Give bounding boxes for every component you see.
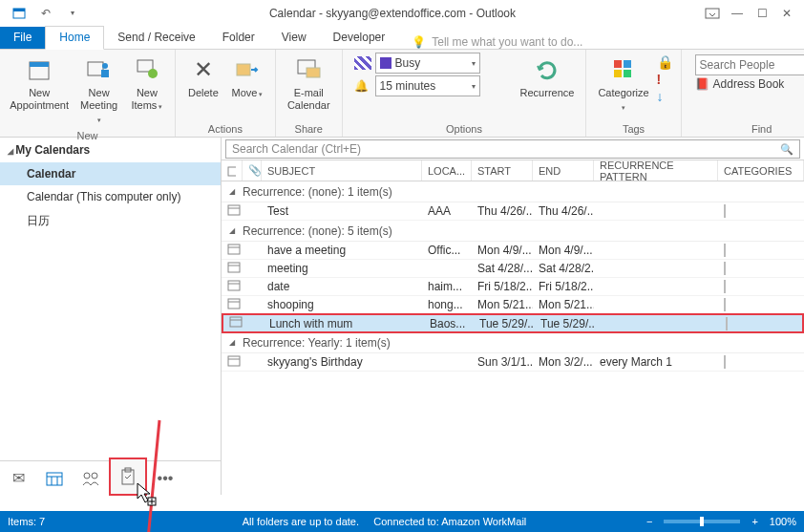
group-row[interactable]: Recurrence: (none): 5 item(s): [222, 221, 804, 242]
show-as-row[interactable]: Busy: [354, 53, 513, 74]
status-bar: Items: 7 All folders are up to date. Con…: [0, 511, 804, 532]
categorize-button[interactable]: Categorize: [594, 53, 652, 121]
cell-subject: date: [262, 280, 422, 293]
address-book-button[interactable]: 📕 Address Book: [695, 77, 804, 91]
tab-send-receive[interactable]: Send / Receive: [104, 27, 208, 49]
ribbon-group-tags: Categorize 🔒 ! ↓ Tags: [586, 50, 681, 137]
svg-point-9: [148, 69, 158, 78]
svg-rect-15: [614, 70, 622, 77]
zoom-out-icon[interactable]: −: [646, 516, 652, 527]
ribbon-group-options: Busy 🔔 15 minutes Recurrence Options: [343, 50, 587, 137]
col-icon[interactable]: [222, 160, 243, 181]
calendar-icon[interactable]: [36, 461, 73, 496]
calendar-item-icon: [222, 298, 243, 312]
new-items-icon: [132, 54, 162, 85]
group-label-share: Share: [284, 121, 334, 135]
mail-icon[interactable]: ✉: [0, 461, 36, 496]
col-location[interactable]: LOCA...: [422, 160, 472, 181]
private-icon[interactable]: 🔒: [657, 54, 673, 70]
undo-icon[interactable]: ↶: [34, 3, 57, 24]
col-subject[interactable]: SUBJECT: [262, 160, 422, 181]
high-importance-icon[interactable]: !: [657, 72, 673, 87]
table-row[interactable]: shoopinghong...Mon 5/21...Mon 5/21...: [222, 296, 804, 314]
table-row[interactable]: Lunch with mumBaos...Tue 5/29/...Tue 5/2…: [222, 313, 804, 333]
search-placeholder: Search Calendar (Ctrl+E): [232, 142, 361, 156]
table-row[interactable]: datehaim...Fri 5/18/2...Fri 5/18/2...: [222, 278, 804, 296]
recurrence-button[interactable]: Recurrence: [517, 53, 579, 121]
ribbon-group-actions: ✕ Delete Move Actions: [176, 50, 276, 137]
zoom-in-icon[interactable]: +: [751, 516, 757, 527]
appointment-icon: [24, 54, 54, 85]
delete-icon: ✕: [188, 54, 219, 85]
nav-item-calendar-cn[interactable]: 日历: [0, 208, 221, 234]
cell-location: Offic...: [422, 244, 472, 257]
svg-rect-18: [47, 473, 62, 485]
calendar-item-icon: [222, 204, 243, 219]
more-icon[interactable]: •••: [147, 461, 183, 496]
move-button[interactable]: Move: [227, 53, 267, 121]
tab-developer[interactable]: Developer: [320, 27, 399, 49]
col-recurrence[interactable]: RECURRENCE PATTERN: [594, 160, 718, 181]
new-meeting-button[interactable]: New Meeting: [74, 53, 123, 128]
ribbon-group-find: 📕 Address Book Find: [682, 50, 804, 137]
close-icon[interactable]: ✕: [775, 3, 798, 24]
search-people-input[interactable]: [695, 54, 804, 75]
calendar-item-icon: [222, 244, 243, 258]
group-row[interactable]: Recurrence: Yearly: 1 item(s): [222, 332, 804, 353]
cell-end: Mon 3/2/...: [533, 355, 594, 369]
table-row[interactable]: have a meetingOffic...Mon 4/9/...Mon 4/9…: [222, 242, 804, 260]
cell-end: Mon 5/21...: [533, 298, 594, 311]
low-importance-icon[interactable]: ↓: [657, 89, 673, 104]
people-icon[interactable]: [73, 461, 109, 496]
search-calendar-input[interactable]: Search Calendar (Ctrl+E): [225, 139, 800, 159]
nav-header-my-calendars[interactable]: My Calendars: [0, 138, 221, 162]
new-appointment-button[interactable]: New Appointment: [8, 53, 71, 128]
group-label-tags: Tags: [594, 121, 672, 135]
nav-item-calendar-local[interactable]: Calendar (This computer only): [0, 185, 221, 208]
svg-rect-14: [624, 60, 631, 68]
qat-customize-icon[interactable]: ▾: [61, 3, 84, 24]
group-row[interactable]: Recurrence: (none): 1 item(s): [222, 181, 804, 202]
calendar-item-icon: [222, 280, 243, 294]
show-as-combo[interactable]: Busy: [375, 53, 480, 74]
ribbon-options-icon[interactable]: [701, 3, 724, 24]
reminder-combo[interactable]: 15 minutes: [375, 75, 480, 96]
svg-rect-37: [230, 317, 242, 327]
minimize-icon[interactable]: —: [726, 3, 749, 24]
svg-rect-12: [307, 68, 320, 77]
col-attachment[interactable]: 📎: [243, 160, 262, 181]
bell-icon: 🔔: [354, 79, 371, 93]
svg-rect-13: [614, 60, 622, 68]
tab-file[interactable]: File: [0, 27, 45, 49]
cell-categories: [720, 317, 802, 330]
table-row[interactable]: skyyang's BirthdaySun 3/1/1...Mon 3/2/..…: [222, 353, 804, 372]
col-categories[interactable]: CATEGORIES: [718, 160, 804, 181]
tasks-icon[interactable]: [109, 458, 147, 496]
maximize-icon[interactable]: ☐: [751, 3, 773, 24]
table-row[interactable]: meetingSat 4/28/...Sat 4/28/2...: [222, 260, 804, 278]
svg-point-6: [102, 63, 108, 69]
col-start[interactable]: START: [472, 160, 533, 181]
window-menu-icon[interactable]: [8, 3, 31, 24]
ribbon-group-share: E-mail Calendar Share: [276, 50, 343, 137]
svg-rect-29: [228, 245, 240, 254]
delete-button[interactable]: ✕ Delete: [183, 53, 223, 121]
nav-item-calendar[interactable]: Calendar: [0, 162, 221, 185]
tab-home[interactable]: Home: [45, 26, 104, 50]
tell-me-search[interactable]: 💡 Tell me what you want to do...: [412, 35, 582, 49]
table-row[interactable]: TestAAAThu 4/26/...Thu 4/26/...: [222, 202, 804, 221]
email-calendar-button[interactable]: E-mail Calendar: [284, 53, 334, 121]
calendar-item-icon: [222, 355, 243, 370]
reminder-row[interactable]: 🔔 15 minutes: [354, 75, 513, 96]
grid-header: 📎 SUBJECT LOCA... START END RECURRENCE P…: [222, 160, 804, 181]
move-icon: [232, 54, 263, 85]
status-items: Items: 7: [8, 516, 122, 527]
tab-view[interactable]: View: [268, 27, 320, 49]
cell-subject: have a meeting: [262, 244, 422, 257]
col-end[interactable]: END: [533, 160, 594, 181]
cell-location: AAA: [422, 204, 472, 218]
cell-subject: Lunch with mum: [264, 317, 424, 330]
new-items-button[interactable]: New Items: [127, 53, 167, 128]
status-connection: Connected to: Amazon WorkMail: [373, 516, 526, 527]
tab-folder[interactable]: Folder: [209, 27, 268, 49]
